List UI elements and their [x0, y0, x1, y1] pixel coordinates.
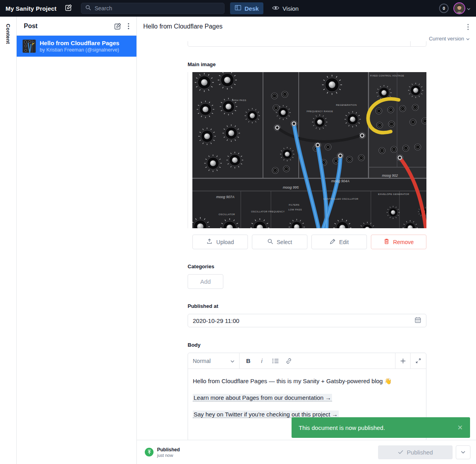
footer-actions: Published	[378, 445, 470, 459]
main-image-field: Main image	[188, 61, 426, 249]
document-form-scroll: Main image	[137, 41, 476, 440]
list-item[interactable]: Hello from Cloudflare Pages by Kristian …	[17, 36, 136, 57]
chevron-down-icon	[466, 36, 470, 42]
categories-field: Categories Add	[188, 264, 426, 289]
user-menu[interactable]	[453, 2, 470, 14]
body-paragraph: Hello from Cloudflare Pages — this is my…	[193, 377, 421, 385]
compose-icon	[65, 4, 72, 13]
eye-icon	[272, 5, 279, 12]
remove-button[interactable]: Remove	[371, 235, 426, 249]
toast-message: This document is now published.	[299, 424, 457, 431]
italic-button[interactable]: i	[255, 355, 268, 367]
tab-desk[interactable]: Desk	[230, 2, 263, 14]
text-style-value: Normal	[193, 358, 211, 364]
edit-button[interactable]: Edit	[311, 235, 367, 249]
navbar-right: 0	[439, 2, 470, 14]
document-header: Hello from Cloudflare Pages Current vers…	[137, 17, 476, 41]
search-input[interactable]: Search	[81, 3, 225, 14]
tab-vision-label: Vision	[282, 5, 299, 12]
publish-button-label: Published	[407, 449, 433, 456]
publish-status-time: just now	[157, 453, 180, 458]
publish-status-title: Published	[157, 447, 180, 453]
list-item-subtitle: by Kristian Freeman (@signalnerve)	[40, 47, 119, 53]
documentation-link[interactable]: Learn more about Pages from our document…	[193, 394, 332, 401]
format-buttons: B i	[240, 353, 395, 369]
upload-icon	[206, 238, 213, 246]
photo-label: moog 995	[283, 185, 299, 189]
pane-title: Post	[24, 23, 38, 30]
insert-block-button[interactable]	[395, 353, 410, 369]
published-at-field: Published at 2020-10-29 11:00	[188, 303, 426, 327]
edit-pencil-icon	[330, 239, 336, 246]
compose-button[interactable]	[65, 4, 72, 13]
body-label: Body	[188, 342, 426, 348]
bullet-list-button[interactable]	[269, 355, 282, 367]
document-pane: Hello from Cloudflare Pages Current vers…	[137, 17, 476, 464]
check-icon	[398, 449, 403, 456]
version-label: Current version	[429, 36, 464, 42]
photo-label: moog 904A	[331, 179, 349, 183]
content-rail-label[interactable]: Content	[5, 24, 11, 44]
upload-button[interactable]: Upload	[192, 235, 248, 249]
add-category-button[interactable]: Add	[188, 274, 223, 289]
photo-label: moog 907A	[216, 195, 234, 199]
link-button[interactable]	[282, 355, 295, 367]
chevron-down-icon	[467, 5, 470, 12]
toast-close-icon[interactable]: ✕	[457, 424, 463, 432]
document-menu-button[interactable]	[466, 22, 470, 33]
tab-vision[interactable]: Vision	[267, 3, 303, 14]
chevron-down-icon	[230, 358, 234, 364]
slug-field-cutoff[interactable]	[188, 41, 426, 47]
document-title: Hello from Cloudflare Pages	[143, 23, 223, 30]
published-at-label: Published at	[188, 303, 426, 309]
top-navbar: My Sanity Project Search Desk	[0, 0, 476, 17]
post-list-pane: Post	[17, 17, 137, 464]
publish-status-text: Published just now	[157, 447, 180, 458]
body-link-line: Learn more about Pages from our document…	[193, 393, 421, 402]
select-button[interactable]: Select	[252, 235, 307, 249]
list-item-thumbnail	[23, 40, 36, 53]
document-form: Main image	[188, 41, 426, 440]
notification-badge[interactable]: 0	[439, 4, 449, 13]
photo-label: ENVELOPE GENERATOR	[378, 193, 409, 195]
published-at-value: 2020-10-29 11:00	[193, 317, 415, 324]
photo-label: CONTROLLED OSCILLATOR	[323, 198, 359, 200]
new-document-button[interactable]	[113, 21, 123, 31]
select-search-icon	[267, 239, 273, 246]
tab-desk-label: Desk	[244, 5, 259, 12]
publish-status[interactable]: Published just now	[145, 447, 180, 458]
image-buttons-row: Upload Select	[192, 235, 426, 249]
main-image-photo[interactable]: HIGH PASS FREQUENCY RANGE REGENERATION F…	[192, 72, 426, 228]
publish-button[interactable]: Published	[378, 445, 453, 459]
photo-label: OSCILLATOR FREQUENCY	[251, 210, 285, 213]
photo-label: FIXED CONTROL VOLTAGE	[370, 74, 404, 77]
fullscreen-button[interactable]	[410, 353, 426, 369]
search-placeholder: Search	[94, 5, 112, 11]
main-image-label: Main image	[188, 61, 426, 67]
version-selector[interactable]: Current version	[429, 36, 470, 42]
editor-toolbar: Normal B i	[188, 353, 426, 369]
pane-menu-button[interactable]	[126, 21, 131, 31]
photo-label: LOW PASS	[288, 208, 302, 211]
project-name: My Sanity Project	[6, 5, 56, 12]
content-rail: Content	[0, 17, 17, 464]
published-at-input[interactable]: 2020-10-29 11:00	[188, 314, 426, 327]
photo-label: moog 902	[382, 174, 398, 178]
trash-icon	[384, 238, 390, 246]
photo-label: REGENERATION	[336, 104, 357, 106]
remove-label: Remove	[393, 239, 414, 245]
body-paragraph-text: Hello from Cloudflare Pages — this is my…	[193, 378, 383, 384]
edit-label: Edit	[339, 239, 349, 245]
wave-emoji: 👋	[384, 378, 392, 384]
select-label: Select	[277, 239, 292, 245]
categories-label: Categories	[188, 264, 426, 269]
text-style-select[interactable]: Normal	[188, 353, 240, 369]
published-status-icon	[145, 448, 154, 456]
post-list-header: Post	[17, 17, 136, 36]
upload-label: Upload	[216, 239, 234, 245]
calendar-icon[interactable]	[415, 317, 421, 325]
publish-toast: This document is now published. ✕	[292, 417, 470, 438]
photo-label: FILTERS	[289, 204, 299, 206]
bold-button[interactable]: B	[242, 355, 255, 367]
publish-menu-button[interactable]	[456, 445, 470, 459]
